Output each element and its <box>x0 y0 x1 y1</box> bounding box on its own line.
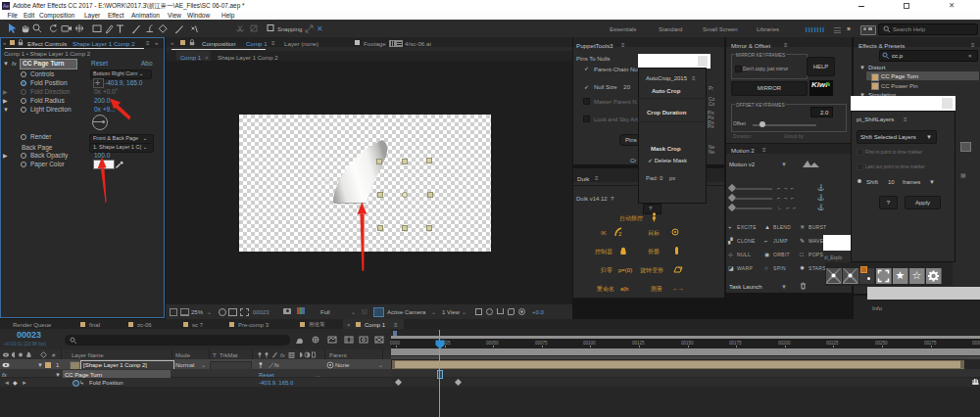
svg-text:2: 2 <box>618 231 622 237</box>
svg-text:fx: fx <box>280 352 286 358</box>
